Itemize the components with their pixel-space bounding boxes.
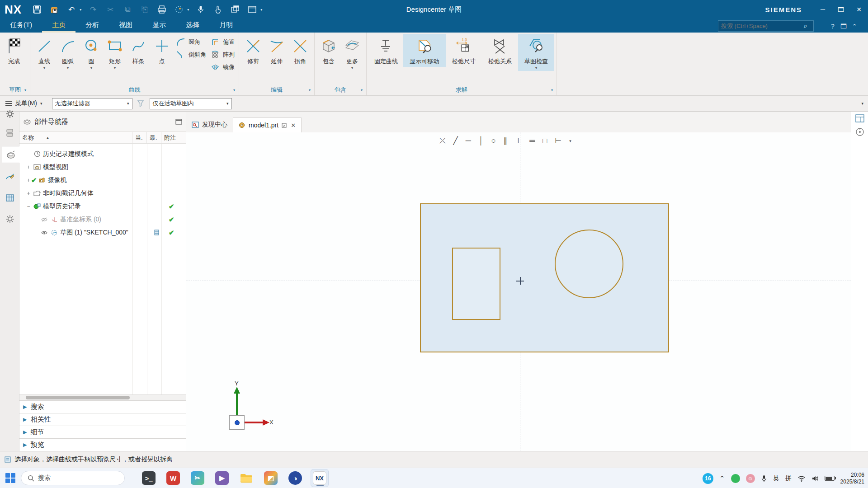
microphone-tray-icon[interactable] [761, 475, 767, 482]
start-button[interactable] [0, 468, 21, 488]
tree-row-sketch[interactable]: 草图 (1) "SKETCH_000" ✔ [19, 226, 186, 239]
search-icon[interactable]: ⌕ [801, 20, 811, 32]
scrollbar-thumb[interactable] [26, 396, 130, 399]
command-search-input[interactable] [721, 23, 801, 29]
taskbar-search[interactable]: 搜索 [21, 471, 125, 485]
tab-task[interactable]: 任务(T) [0, 19, 42, 33]
selection-sphere-icon[interactable] [174, 4, 184, 15]
help-icon[interactable]: ? [827, 20, 838, 32]
tab-display[interactable]: 显示 [142, 19, 176, 33]
relation-collinear-icon[interactable]: □ [542, 136, 547, 145]
relation-parallel-icon[interactable]: ∥ [504, 136, 508, 145]
gear-icon[interactable] [2, 105, 18, 122]
command-search-box[interactable]: ⌕ [718, 20, 814, 32]
fillet-button[interactable]: 圆角 [175, 37, 206, 47]
scope-filter-combo[interactable]: 仅在活动草图内 ▾ [150, 98, 232, 109]
minimize-ribbon-icon[interactable]: ⌃ [849, 20, 860, 32]
spline-button[interactable]: 样条 [127, 34, 150, 67]
point-button[interactable]: 点 [150, 34, 174, 67]
group-dropdown-icon[interactable]: ▾ [24, 88, 26, 92]
sketch-canvas[interactable]: ⤫ ╱ ─ │ ○ ∥ ⊥ ═ □ ⊢ ▾ Y X [186, 132, 851, 451]
part-navigator-tab-icon[interactable] [2, 146, 19, 163]
microphone-icon[interactable] [195, 4, 206, 15]
fix-curve-button[interactable]: 固定曲线 [369, 34, 403, 67]
tab-analysis[interactable]: 分析 [75, 19, 109, 33]
group-label-sketch[interactable]: 草图 ▾ [2, 84, 28, 95]
part-tab-model1[interactable]: model1.prt ✕ [233, 117, 302, 132]
taskbar-app-browser[interactable]: ◑ [286, 469, 304, 487]
chamfer-button[interactable]: 倒斜角 [175, 49, 206, 60]
taskbar-app-terminal[interactable]: >_ [140, 469, 158, 487]
dropdown-icon[interactable]: ▾ [535, 67, 537, 70]
notification-badge[interactable]: 16 [703, 473, 713, 484]
maximize-view-icon[interactable]: 🗖 [838, 20, 849, 32]
taskbar-app-wps[interactable]: W [164, 469, 182, 487]
sketch-inner-rectangle[interactable] [452, 248, 500, 320]
taskbar-app-explorer[interactable] [237, 469, 255, 487]
relation-perpendicular-icon[interactable]: ⊥ [515, 136, 522, 145]
sketch-pencil-icon[interactable] [2, 168, 18, 185]
sort-asc-icon[interactable]: ▲ [46, 136, 50, 140]
relation-tangent-icon[interactable]: ○ [491, 136, 496, 145]
tree-row-non-timestamp[interactable]: + 非时间戳记几何体 [19, 187, 186, 200]
toolbar-overflow-icon[interactable]: ▾ [861, 101, 863, 106]
line-button[interactable]: 直线 ▾ [33, 34, 56, 71]
dropdown-icon[interactable]: ▾ [351, 67, 353, 70]
navigator-horizontal-scrollbar[interactable] [19, 394, 186, 400]
ime-mode[interactable]: 拼 [785, 474, 792, 483]
table-icon[interactable] [2, 189, 18, 206]
print-icon[interactable] [156, 4, 167, 15]
mirror-button[interactable]: 镜像 [210, 62, 235, 73]
panel-details[interactable]: ▶ 细节 [19, 426, 186, 438]
offset-button[interactable]: 偏置 [210, 37, 235, 47]
cascade-window-icon[interactable] [230, 4, 241, 15]
group-label-include[interactable]: 包含 ▾ [317, 84, 364, 95]
close-tab-icon[interactable]: ✕ [291, 122, 296, 129]
dropdown-icon[interactable]: ▾ [90, 67, 92, 70]
window-pane-icon[interactable] [854, 113, 866, 124]
finish-sketch-button[interactable]: 完成 [2, 34, 26, 67]
save-as-icon[interactable] [49, 4, 60, 15]
column-current[interactable]: 当. [132, 132, 147, 143]
taskbar-app-media[interactable]: ▶ [213, 469, 231, 487]
sketch-check-button[interactable]: 草图检查 ▾ [518, 34, 554, 71]
undo-icon[interactable]: ↶ [66, 4, 77, 15]
relation-horizontal-icon[interactable]: ─ [466, 136, 471, 145]
discovery-center-tab[interactable]: 发现中心 [186, 117, 233, 132]
corner-button[interactable]: 拐角 [288, 34, 312, 67]
expand-toggle[interactable]: + [25, 190, 32, 197]
sketch-circle[interactable] [555, 230, 623, 298]
taskbar-clock[interactable]: 20:06 2025/8/21 [840, 472, 864, 485]
tree-row-datum-csys[interactable]: 基准坐标系 (0) ✔ [19, 213, 186, 226]
column-note[interactable]: 附注 [161, 132, 186, 143]
battery-icon[interactable] [825, 476, 835, 481]
relation-equal-icon[interactable]: ═ [529, 136, 535, 145]
minimize-button[interactable]: ─ [814, 0, 832, 19]
panel-dependencies[interactable]: ▶ 相关性 [19, 413, 186, 426]
arc-button[interactable]: 圆弧 ▾ [56, 34, 80, 71]
taskbar-app-snip[interactable]: ✂ [189, 469, 207, 487]
tree-row-model-views[interactable]: + 模型视图 [19, 160, 186, 174]
relax-dimensions-button[interactable]: 1.0 松弛尺寸 [446, 34, 482, 67]
tree-row-history-mode[interactable]: 历史记录建模模式 [19, 147, 186, 160]
relations-dropdown-icon[interactable]: ▾ [569, 139, 571, 143]
tree-row-cameras[interactable]: + ✔ 摄像机 [19, 174, 186, 187]
group-label-edit[interactable]: 编辑 ▾ [241, 84, 312, 95]
combo-dropdown-icon[interactable]: ▾ [226, 101, 229, 106]
column-name[interactable]: 名称 ▲ [19, 132, 132, 143]
relax-relations-button[interactable]: 松弛关系 [482, 34, 518, 67]
include-button[interactable]: 包含 [317, 34, 340, 67]
tab-home[interactable]: 主页 [42, 19, 75, 33]
taskbar-app-photos[interactable]: ◩ [262, 469, 280, 487]
expand-toggle[interactable]: + [25, 164, 32, 170]
view-orient-icon[interactable] [854, 126, 866, 138]
circle-button[interactable]: 圆 ▾ [80, 34, 103, 71]
more-button[interactable]: 更多 ▾ [340, 34, 364, 71]
tools-knurl-icon[interactable] [2, 211, 18, 228]
taskbar-app-nx[interactable]: NX [311, 469, 329, 487]
window-icon[interactable] [247, 4, 258, 15]
panel-search[interactable]: ▶ 搜索 [19, 400, 186, 413]
group-dropdown-icon[interactable]: ▾ [361, 88, 363, 92]
combo-dropdown-icon[interactable]: ▾ [127, 101, 129, 106]
relation-vertical-icon[interactable]: │ [479, 136, 484, 145]
